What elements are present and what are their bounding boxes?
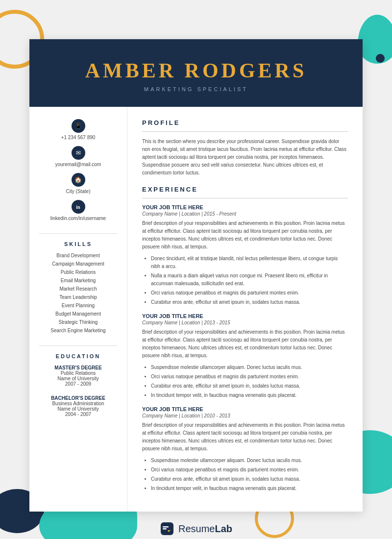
education-heading: EDUCATION	[39, 353, 117, 359]
skill-item: Search Engine Marketing	[39, 328, 117, 333]
job-description: Brief description of your responsibiliti…	[142, 421, 348, 453]
skill-item: Team Leadership	[39, 294, 117, 300]
bullet-item: Nulla a mauris a diam aliquet varius non…	[151, 272, 348, 288]
job-entry: YOUR JOB TITLE HERE Company Name | Locat…	[142, 204, 348, 306]
skill-item: Budget Management	[39, 311, 117, 317]
edu-degree: MASTER'S DEGREE	[39, 365, 117, 370]
sidebar: 📱 +1 234 567 890 ✉ youremail@mail.com 🏠 …	[29, 107, 127, 512]
job-description: Brief description of your responsibiliti…	[142, 220, 348, 251]
jobs-list: YOUR JOB TITLE HERE Company Name | Locat…	[142, 204, 348, 492]
job-company: Company Name | Location | 2015 - Present	[142, 211, 348, 217]
job-title: YOUR JOB TITLE HERE	[142, 313, 348, 319]
candidate-title: MARKETING SPECIALIST	[49, 86, 343, 92]
edu-field: Public Relations	[39, 370, 117, 376]
profile-heading: PROFILE	[142, 119, 348, 126]
job-company: Company Name | Location | 2013 - 2015	[142, 320, 348, 325]
job-title: YOUR JOB TITLE HERE	[142, 204, 348, 210]
bullet-item: Suspendisse molestie ullamcorper aliquam…	[151, 457, 348, 465]
linkedin-contact: in linkedin.com/in/username	[39, 200, 117, 221]
bullet-item: Orci varius natoque penatibus et magnis …	[151, 466, 348, 474]
bullet-item: Orci varius natoque penatibus et magnis …	[151, 289, 348, 297]
education-item: BACHELOR'S DEGREE Business Administratio…	[39, 395, 117, 417]
brand-name: ResumeLab	[178, 523, 232, 535]
job-entry: YOUR JOB TITLE HERE Company Name | Locat…	[142, 406, 348, 492]
location-contact: 🏠 City (State)	[39, 173, 117, 194]
footer-brand: ResumeLab	[0, 521, 392, 539]
bullet-item: Orci varius natoque penatibus et magnis …	[151, 373, 348, 381]
job-bullets: Suspendisse molestie ullamcorper aliquam…	[142, 364, 348, 399]
skill-item: Event Planning	[39, 303, 117, 308]
linkedin-value: linkedin.com/in/username	[50, 216, 106, 221]
bullet-item: Donec tincidunt, elit at tristique bland…	[151, 255, 348, 270]
skills-section: SKILLS Brand DevelopmentCampaign Managem…	[39, 241, 117, 333]
skill-item: Market Research	[39, 286, 117, 292]
skills-heading: SKILLS	[39, 241, 117, 247]
phone-icon: 📱	[72, 119, 85, 133]
job-entry: YOUR JOB TITLE HERE Company Name | Locat…	[142, 313, 348, 399]
resume-document: AMBER RODGERS MARKETING SPECIALIST 📱 +1 …	[29, 39, 363, 512]
email-icon: ✉	[72, 146, 85, 160]
profile-divider	[142, 131, 348, 132]
bullet-item: In tincidunt tempor velit, in faucibus m…	[151, 392, 348, 399]
job-company: Company Name | Location | 2010 - 2013	[142, 413, 348, 418]
bullet-item: Curabitur eros ante, efficitur sit amet …	[151, 475, 348, 483]
skill-item: Email Marketing	[39, 278, 117, 283]
svg-rect-2	[163, 528, 167, 530]
edu-years: 2007 - 2009	[39, 381, 117, 387]
divider-1	[39, 233, 117, 234]
location-value: City (State)	[66, 189, 90, 194]
job-description: Brief description of your responsibiliti…	[142, 328, 348, 360]
experience-divider	[142, 198, 348, 198]
resumelab-logo-icon	[160, 521, 174, 536]
education-section: EDUCATION MASTER'S DEGREE Public Relatio…	[39, 353, 117, 417]
edu-field: Business Administration	[39, 401, 117, 406]
linkedin-icon: in	[72, 200, 85, 214]
skill-item: Public Relations	[39, 270, 117, 275]
resume-body: 📱 +1 234 567 890 ✉ youremail@mail.com 🏠 …	[29, 107, 363, 512]
email-value: youremail@mail.com	[55, 162, 101, 167]
job-title: YOUR JOB TITLE HERE	[142, 406, 348, 412]
skill-item: Brand Development	[39, 253, 117, 258]
skills-list: Brand DevelopmentCampaign ManagementPubl…	[39, 253, 117, 333]
bullet-item: In tincidunt tempor velit, in faucibus m…	[151, 485, 348, 492]
teal-right-decoration	[358, 15, 392, 64]
resume-header: AMBER RODGERS MARKETING SPECIALIST	[29, 39, 363, 107]
main-content: PROFILE This is the section where you de…	[127, 107, 363, 512]
navy-dot-decoration	[376, 54, 385, 63]
edu-university: Name of University	[39, 406, 117, 412]
divider-2	[39, 345, 117, 346]
profile-text: This is the section where you describe y…	[142, 138, 348, 177]
location-icon: 🏠	[72, 173, 85, 187]
bullet-item: Curabitur eros ante, efficitur sit amet …	[151, 382, 348, 390]
svg-rect-0	[161, 522, 173, 535]
edu-university: Name of University	[39, 376, 117, 381]
phone-value: +1 234 567 890	[61, 135, 96, 140]
email-contact: ✉ youremail@mail.com	[39, 146, 117, 167]
bullet-item: Curabitur eros ante, efficitur sit amet …	[151, 298, 348, 306]
candidate-name: AMBER RODGERS	[49, 59, 343, 82]
experience-heading: EXPERIENCE	[142, 186, 348, 193]
education-item: MASTER'S DEGREE Public Relations Name of…	[39, 365, 117, 387]
bullet-item: Suspendisse molestie ullamcorper aliquam…	[151, 364, 348, 371]
phone-contact: 📱 +1 234 567 890	[39, 119, 117, 140]
contact-section: 📱 +1 234 567 890 ✉ youremail@mail.com 🏠 …	[39, 119, 117, 221]
skill-item: Strategic Thinking	[39, 319, 117, 325]
job-bullets: Donec tincidunt, elit at tristique bland…	[142, 255, 348, 306]
job-bullets: Suspendisse molestie ullamcorper aliquam…	[142, 457, 348, 492]
skill-item: Campaign Management	[39, 261, 117, 267]
svg-rect-1	[163, 526, 169, 528]
edu-degree: BACHELOR'S DEGREE	[39, 395, 117, 401]
education-list: MASTER'S DEGREE Public Relations Name of…	[39, 365, 117, 417]
edu-years: 2004 - 2007	[39, 412, 117, 417]
